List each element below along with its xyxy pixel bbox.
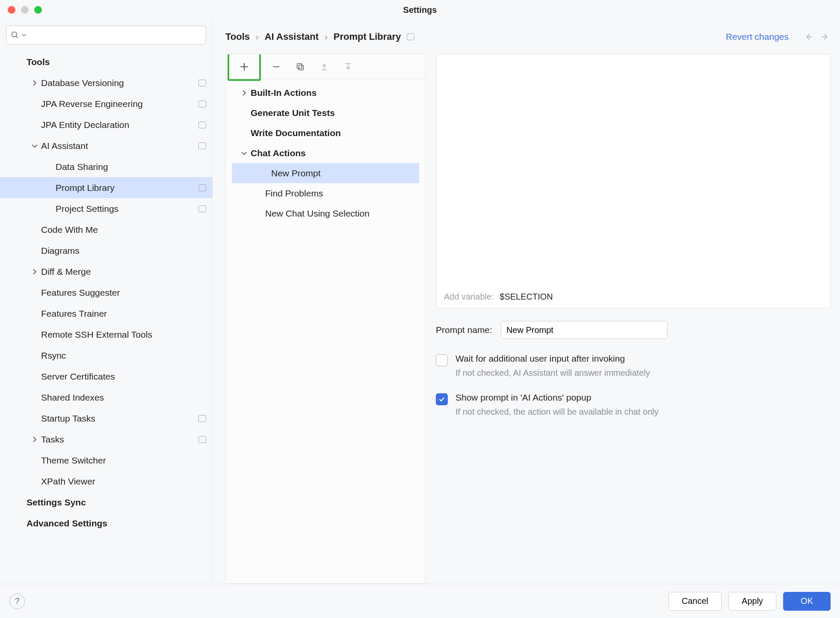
prompt-tree-item[interactable]: New Chat Using Selection — [226, 203, 425, 223]
sidebar-item[interactable]: Server Certificates — [0, 366, 212, 387]
show-in-popup-hint: If not checked, the action will be avail… — [455, 407, 659, 417]
svg-rect-8 — [297, 63, 302, 68]
sidebar-item-label: JPA Reverse Engineering — [41, 99, 198, 109]
breadcrumb-segment[interactable]: Prompt Library — [334, 31, 401, 42]
sidebar-item[interactable]: Theme Switcher — [0, 450, 212, 471]
window-title: Settings — [0, 5, 840, 15]
prompt-tree-item[interactable]: New Prompt — [232, 163, 419, 183]
cancel-button[interactable]: Cancel — [668, 592, 722, 611]
duplicate-prompt-button[interactable] — [292, 58, 309, 75]
sidebar-item[interactable]: AI Assistant — [0, 135, 212, 156]
add-prompt-button[interactable] — [228, 54, 261, 81]
sidebar-item[interactable]: Prompt Library — [0, 177, 212, 198]
prompt-name-input[interactable] — [501, 321, 668, 339]
sidebar-item[interactable]: JPA Reverse Engineering — [0, 93, 212, 114]
sidebar-item[interactable]: Diagrams — [0, 240, 212, 261]
nav-forward-icon[interactable] — [819, 32, 831, 42]
sidebar-item[interactable]: Database Versioning — [0, 72, 212, 93]
prompt-name-label: Prompt name: — [436, 325, 492, 335]
sidebar-item[interactable]: Features Suggester — [0, 282, 212, 303]
plus-icon — [239, 61, 250, 72]
settings-window: Settings ToolsDatabase VersioningJPA Rev… — [0, 0, 840, 618]
sidebar-item-label: Remote SSH External Tools — [41, 330, 206, 340]
scope-badge-icon — [198, 101, 206, 107]
prompt-name-row: Prompt name: — [436, 321, 831, 339]
export-prompt-button[interactable] — [316, 58, 333, 75]
prompt-tree-item-label: Find Problems — [265, 188, 323, 199]
nav-back-icon[interactable] — [803, 32, 814, 42]
sidebar-item[interactable]: JPA Entity Declaration — [0, 114, 212, 135]
add-variable-label: Add variable: — [444, 292, 494, 301]
prompt-toolbar — [226, 54, 425, 79]
chevron-down-icon — [238, 150, 251, 156]
sidebar-item[interactable]: Code With Me — [0, 219, 212, 240]
breadcrumb-segment[interactable]: Tools — [225, 31, 250, 42]
breadcrumb: Tools › AI Assistant › Prompt Library Re… — [225, 20, 831, 54]
ok-button[interactable]: OK — [783, 592, 831, 611]
sidebar-item-label: Prompt Library — [56, 183, 198, 193]
chevron-right-icon — [238, 90, 251, 96]
prompt-tree-item[interactable]: Write Documentation — [226, 123, 425, 143]
sidebar-item[interactable]: Shared Indexes — [0, 387, 212, 408]
sidebar-item[interactable]: Features Trainer — [0, 303, 212, 324]
svg-rect-7 — [299, 65, 303, 70]
prompt-tree-item[interactable]: Find Problems — [226, 183, 425, 203]
chevron-right-icon: › — [325, 32, 328, 42]
help-button[interactable]: ? — [9, 594, 25, 609]
sidebar-item[interactable]: XPath Viewer — [0, 471, 212, 492]
sidebar-item-label: XPath Viewer — [41, 476, 206, 487]
prompt-tree-item[interactable]: Built-In Actions — [226, 83, 425, 103]
show-in-popup-checkbox[interactable] — [436, 393, 448, 405]
sidebar-item[interactable]: Settings Sync — [0, 492, 212, 513]
revert-changes-link[interactable]: Revert changes — [726, 32, 789, 42]
svg-line-1 — [16, 36, 18, 38]
breadcrumb-segment[interactable]: AI Assistant — [265, 31, 319, 42]
apply-button[interactable]: Apply — [728, 592, 776, 611]
sidebar-item-label: Tools — [27, 57, 206, 67]
sidebar-item-label: Settings Sync — [27, 497, 206, 508]
sidebar-item[interactable]: Data Sharing — [0, 156, 212, 177]
prompt-tree-item-label: Generate Unit Tests — [251, 108, 335, 118]
sidebar-item-label: JPA Entity Declaration — [41, 120, 198, 130]
wait-for-input-checkbox[interactable] — [436, 354, 448, 366]
prompt-tree-item-label: New Prompt — [271, 168, 321, 178]
chevron-down-icon — [28, 143, 41, 149]
titlebar: Settings — [0, 0, 840, 20]
prompt-tree-item-label: Built-In Actions — [251, 88, 316, 98]
prompt-tree-item[interactable]: Chat Actions — [226, 143, 425, 163]
variable-chip-selection[interactable]: $SELECTION — [500, 292, 553, 301]
prompt-editor[interactable]: Add variable: $SELECTION — [436, 54, 831, 308]
help-icon: ? — [15, 596, 19, 606]
sidebar-item-label: Server Certificates — [41, 371, 206, 382]
sidebar-item[interactable]: Tasks — [0, 429, 212, 450]
chevron-right-icon: › — [256, 32, 259, 42]
prompt-tree-item[interactable]: Generate Unit Tests — [226, 103, 425, 123]
sidebar-item-label: Diagrams — [41, 246, 206, 256]
scope-badge-icon — [198, 184, 206, 191]
prompt-tree-item-label: New Chat Using Selection — [265, 208, 370, 219]
sidebar-item[interactable]: Tools — [0, 51, 212, 72]
prompt-tree-item-label: Chat Actions — [251, 148, 306, 158]
sidebar-item[interactable]: Project Settings — [0, 198, 212, 219]
sidebar-item-label: Database Versioning — [41, 78, 198, 88]
import-prompt-button[interactable] — [340, 58, 357, 75]
remove-prompt-button[interactable] — [268, 58, 285, 75]
show-in-popup-label: Show prompt in 'AI Actions' popup — [455, 392, 659, 403]
settings-tree: ToolsDatabase VersioningJPA Reverse Engi… — [0, 50, 212, 584]
settings-search[interactable] — [6, 26, 206, 45]
scope-badge-icon — [198, 143, 206, 149]
sidebar-item[interactable]: Rsync — [0, 345, 212, 366]
search-input[interactable] — [29, 30, 201, 40]
sidebar-item[interactable]: Startup Tasks — [0, 408, 212, 429]
scope-badge-icon — [198, 122, 206, 128]
prompt-tree-item-label: Write Documentation — [251, 128, 341, 138]
settings-sidebar: ToolsDatabase VersioningJPA Reverse Engi… — [0, 20, 213, 584]
add-variable-row: Add variable: $SELECTION — [444, 292, 822, 302]
sidebar-item[interactable]: Advanced Settings — [0, 513, 212, 534]
sidebar-item[interactable]: Remote SSH External Tools — [0, 324, 212, 345]
prompt-library-column: Built-In ActionsGenerate Unit TestsWrite… — [225, 54, 426, 584]
sidebar-item-label: Shared Indexes — [41, 392, 206, 403]
sidebar-item[interactable]: Diff & Merge — [0, 261, 212, 282]
checkmark-icon — [438, 395, 446, 403]
wait-for-input-hint: If not checked, AI Assistant will answer… — [455, 368, 650, 378]
